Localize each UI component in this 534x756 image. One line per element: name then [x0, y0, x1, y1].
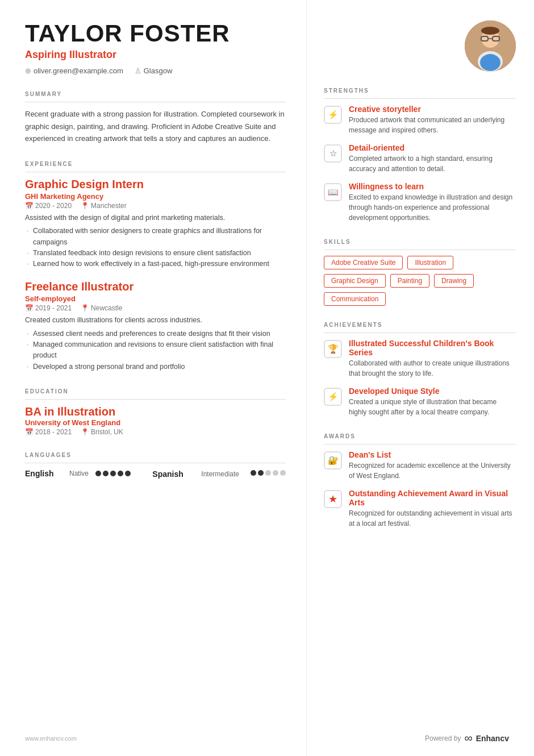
award-2-title: Outstanding Achievement Award in Visual … [349, 489, 516, 507]
job-2-company: Self-employed [25, 294, 286, 303]
enhancv-logo-icon: ∞ [464, 732, 472, 745]
list-item: Collaborated with senior designers to cr… [25, 226, 286, 248]
job-1-bullets: Collaborated with senior designers to cr… [25, 226, 286, 270]
list-item: Learned how to work effectively in a fas… [25, 259, 286, 269]
location-contact: ♙ Glasgow [135, 67, 173, 75]
award-2-desc: Recognized for outstanding achievement i… [349, 508, 516, 529]
strengths-section: STRENGTHS ⚡ Creative storyteller Produce… [324, 88, 516, 223]
education-label: EDUCATION [25, 388, 286, 394]
job-1-years: 📅 2020 - 2020 [25, 202, 72, 210]
job-1-desc: Assisted with the design of digital and … [25, 213, 286, 223]
skill-illustration: Illustration [407, 256, 453, 269]
name: TAYLOR FOSTER [25, 20, 286, 47]
summary-text: Recent graduate with a strong passion fo… [25, 108, 286, 144]
job-title: Aspiring Illustrator [25, 49, 286, 61]
strength-1: ⚡ Creative storyteller Produced artwork … [324, 105, 516, 135]
summary-section: SUMMARY Recent graduate with a strong pa… [25, 91, 286, 144]
skill-drawing: Drawing [434, 274, 474, 288]
award-1-title: Dean's List [349, 450, 516, 459]
edu-years: 📅 2018 - 2021 [25, 428, 72, 436]
email-icon: ⊕ [25, 67, 31, 75]
strengths-label: STRENGTHS [324, 88, 516, 94]
language-spanish: Spanish Intermediate [152, 469, 241, 479]
skills-section: SKILLS Adobe Creative Suite Illustration… [324, 239, 516, 306]
languages-section: LANGUAGES English Native Spanish [25, 452, 286, 479]
job-2-meta: 📅 2019 - 2021 📍 Newcastle [25, 304, 286, 312]
job-2-desc: Created custom illustrations for clients… [25, 315, 286, 326]
job-1-location: 📍 Manchester [81, 202, 127, 210]
star-icon: ★ [324, 490, 342, 508]
job-2-bullets: Assessed client needs and preferences to… [25, 329, 286, 373]
strength-3-title: Willingness to learn [349, 182, 516, 191]
bolt-icon: ⚡ [324, 388, 342, 406]
achievement-2: ⚡ Developed Unique Style Created a uniqu… [324, 387, 516, 417]
strength-2: ☆ Detail-oriented Completed artwork to a… [324, 143, 516, 174]
achievement-2-title: Developed Unique Style [349, 387, 516, 396]
skill-adobe: Adobe Creative Suite [324, 256, 403, 269]
list-item: Assessed client needs and preferences to… [25, 329, 286, 339]
spanish-dots [251, 470, 286, 476]
awards-section: AWARDS 🔐 Dean's List Recognized for acad… [324, 433, 516, 529]
edu-location: 📍 Bristol, UK [81, 428, 123, 436]
job-2-location: 📍 Newcastle [81, 304, 122, 312]
footer-brand: Powered by ∞ Enhancv [425, 732, 509, 745]
award-1-desc: Recognized for academic excellence at th… [349, 460, 516, 481]
job-2: Freelance Illustrator Self-employed 📅 20… [25, 280, 286, 372]
achievement-2-desc: Created a unique style of illustration t… [349, 397, 516, 417]
edu-meta: 📅 2018 - 2021 📍 Bristol, UK [25, 428, 286, 436]
experience-label: EXPERIENCE [25, 161, 286, 167]
lock-icon: 🔐 [324, 451, 342, 470]
job-2-title: Freelance Illustrator [25, 280, 286, 293]
strength-2-desc: Completed artwork to a high standard, en… [349, 153, 516, 174]
awards-label: AWARDS [324, 433, 516, 439]
achievement-1-title: Illustrated Successful Children's Book S… [349, 339, 516, 357]
footer: www.enhancv.com Powered by ∞ Enhancv [0, 732, 534, 745]
achievement-1: 🏆 Illustrated Successful Children's Book… [324, 339, 516, 379]
education-section: EDUCATION BA in Illustration University … [25, 388, 286, 436]
email-contact: ⊕ oliver.green@example.com [25, 67, 123, 75]
strength-1-desc: Produced artwork that communicated an un… [349, 115, 516, 135]
trophy-icon: 🏆 [324, 340, 342, 358]
job-1-title: Graphic Design Intern [25, 178, 286, 191]
achievements-section: ACHIEVEMENTS 🏆 Illustrated Successful Ch… [324, 322, 516, 417]
book-icon: 📖 [324, 183, 342, 201]
lightning-icon: ⚡ [324, 106, 342, 124]
star-outline-icon: ☆ [324, 144, 342, 163]
skill-communication: Communication [324, 292, 386, 306]
edu-school: University of West England [25, 418, 286, 427]
strength-1-title: Creative storyteller [349, 105, 516, 114]
location-icon: ♙ [135, 67, 141, 75]
languages-label: LANGUAGES [25, 452, 286, 458]
job-1-meta: 📅 2020 - 2020 📍 Manchester [25, 202, 286, 210]
summary-label: SUMMARY [25, 91, 286, 97]
footer-website: www.enhancv.com [25, 735, 77, 742]
skills-label: SKILLS [324, 239, 516, 245]
job-1: Graphic Design Intern GHI Marketing Agen… [25, 178, 286, 270]
skills-grid: Adobe Creative Suite Illustration Graphi… [324, 256, 516, 306]
list-item: Developed a strong personal brand and po… [25, 362, 286, 372]
svg-point-7 [480, 54, 500, 71]
avatar [465, 20, 516, 72]
award-2: ★ Outstanding Achievement Award in Visua… [324, 489, 516, 529]
achievements-label: ACHIEVEMENTS [324, 322, 516, 328]
job-2-years: 📅 2019 - 2021 [25, 304, 72, 312]
strength-3-desc: Excited to expand knowledge in illustrat… [349, 192, 516, 223]
edu-degree: BA in Illustration [25, 405, 286, 418]
skill-painting: Painting [390, 274, 429, 288]
strength-3: 📖 Willingness to learn Excited to expand… [324, 182, 516, 223]
language-english: English Native [25, 469, 131, 478]
svg-point-5 [481, 27, 499, 35]
skill-graphic-design: Graphic Design [324, 274, 386, 288]
job-1-company: GHI Marketing Agency [25, 192, 286, 201]
list-item: Managed communication and revisions to e… [25, 339, 286, 362]
brand-name: Enhancv [476, 734, 509, 743]
english-dots [95, 471, 131, 476]
award-1: 🔐 Dean's List Recognized for academic ex… [324, 450, 516, 481]
strength-2-title: Detail-oriented [349, 143, 516, 152]
experience-section: EXPERIENCE Graphic Design Intern GHI Mar… [25, 161, 286, 373]
achievement-1-desc: Collaborated with author to create uniqu… [349, 358, 516, 379]
list-item: Translated feedback into design revision… [25, 248, 286, 259]
